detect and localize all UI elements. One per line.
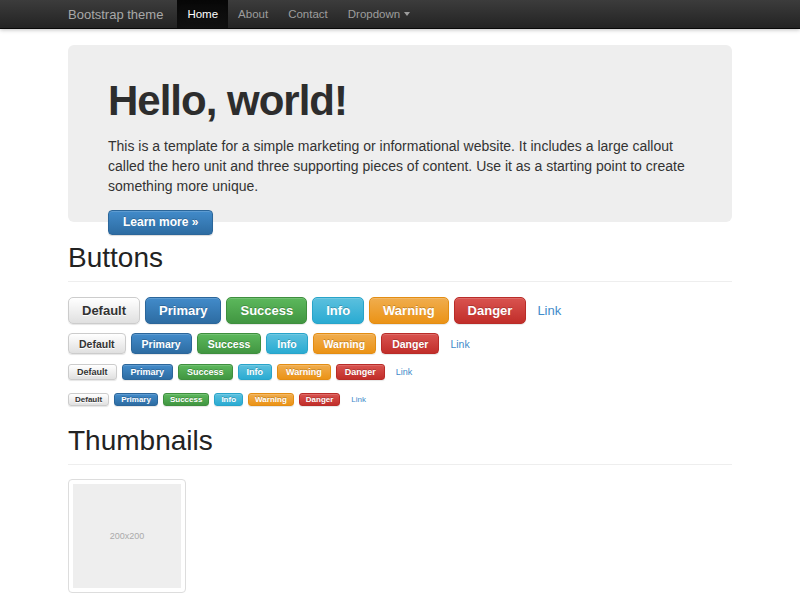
hero-unit: Hello, world! This is a template for a s… [68,45,732,222]
primary-button-xs[interactable]: Primary [114,393,158,406]
default-button-lg[interactable]: Default [68,297,140,324]
info-button-md[interactable]: Info [266,333,307,354]
link-button-lg[interactable]: Link [537,303,561,318]
button-row-default: Default Primary Success Info Warning Dan… [68,333,732,354]
default-button-md[interactable]: Default [68,333,126,354]
nav-item-dropdown[interactable]: Dropdown [338,0,420,28]
success-button-md[interactable]: Success [197,333,262,354]
nav-item-dropdown-label: Dropdown [348,0,400,29]
default-button-xs[interactable]: Default [68,393,109,406]
info-button-lg[interactable]: Info [312,297,364,324]
link-button-sm[interactable]: Link [396,367,413,377]
thumbnails-section: Thumbnails 200x200 [68,426,732,593]
button-row-extra-small: Default Primary Success Info Warning Dan… [68,393,732,406]
button-row-small: Default Primary Success Info Warning Dan… [68,364,732,380]
nav-item-about-label: About [238,0,268,29]
thumbnail-placeholder-image: 200x200 [73,484,181,588]
buttons-section-heading: Buttons [68,243,732,282]
warning-button-sm[interactable]: Warning [277,364,331,380]
nav-item-home-label: Home [187,0,218,29]
warning-button-lg[interactable]: Warning [369,297,449,324]
default-button-sm[interactable]: Default [68,364,117,380]
hero-description: This is a template for a simple marketin… [108,136,700,196]
nav-item-contact[interactable]: Contact [278,0,338,28]
link-button-xs[interactable]: Link [351,395,366,404]
primary-button-sm[interactable]: Primary [122,364,174,380]
navbar-brand[interactable]: Bootstrap theme [68,0,177,28]
success-button-lg[interactable]: Success [226,297,307,324]
danger-button-sm[interactable]: Danger [336,364,385,380]
danger-button-xs[interactable]: Danger [299,393,341,406]
nav-item-contact-label: Contact [288,0,328,29]
buttons-section: Buttons Default Primary Success Info War… [68,243,732,406]
success-button-xs[interactable]: Success [163,393,209,406]
thumbnail-card[interactable]: 200x200 [68,479,186,593]
primary-button-md[interactable]: Primary [131,333,192,354]
primary-button-lg[interactable]: Primary [145,297,221,324]
warning-button-xs[interactable]: Warning [248,393,294,406]
caret-down-icon [404,12,410,16]
nav-item-home[interactable]: Home [177,0,228,28]
nav-item-about[interactable]: About [228,0,278,28]
danger-button-md[interactable]: Danger [381,333,439,354]
thumbnails-section-heading: Thumbnails [68,426,732,465]
link-button-md[interactable]: Link [450,338,469,350]
danger-button-lg[interactable]: Danger [454,297,527,324]
warning-button-md[interactable]: Warning [313,333,377,354]
info-button-sm[interactable]: Info [238,364,273,380]
hero-title: Hello, world! [108,79,692,123]
button-row-large: Default Primary Success Info Warning Dan… [68,297,732,324]
top-navbar: Bootstrap theme Home About Contact Dropd… [0,0,800,29]
success-button-sm[interactable]: Success [178,364,233,380]
learn-more-button[interactable]: Learn more » [108,210,213,235]
info-button-xs[interactable]: Info [214,393,243,406]
